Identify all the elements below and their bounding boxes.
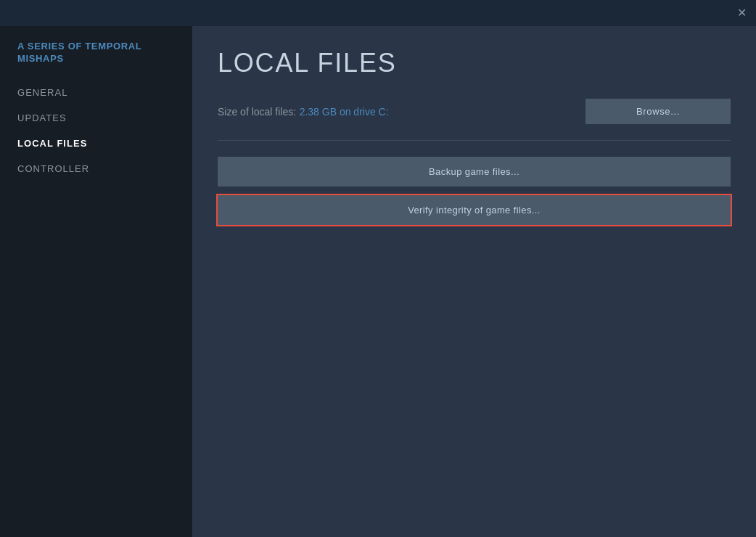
content-area: A SERIES OF TEMPORAL MISHAPS GENERAL UPD… xyxy=(0,26,756,537)
main-content: LOCAL FILES Size of local files: 2.38 GB… xyxy=(192,26,756,537)
page-title: LOCAL FILES xyxy=(218,48,731,78)
sidebar-item-controller[interactable]: CONTROLLER xyxy=(0,156,192,181)
title-bar: ✕ xyxy=(0,0,756,26)
file-size-row: Size of local files: 2.38 GB on drive C:… xyxy=(218,99,731,124)
file-size-value: 2.38 GB on drive C: xyxy=(300,106,389,118)
file-size-label: Size of local files: xyxy=(218,106,296,118)
browse-button[interactable]: Browse... xyxy=(586,99,731,124)
divider xyxy=(218,140,731,141)
file-size-info: Size of local files: 2.38 GB on drive C: xyxy=(218,105,389,118)
verify-integrity-button[interactable]: Verify integrity of game files... xyxy=(218,195,731,225)
sidebar-item-updates[interactable]: UPDATES xyxy=(0,105,192,131)
backup-game-files-button[interactable]: Backup game files... xyxy=(218,157,731,186)
sidebar: A SERIES OF TEMPORAL MISHAPS GENERAL UPD… xyxy=(0,26,192,537)
sidebar-item-local-files[interactable]: LOCAL FILES xyxy=(0,131,192,156)
sidebar-game-title: A SERIES OF TEMPORAL MISHAPS xyxy=(0,33,192,80)
sidebar-item-general[interactable]: GENERAL xyxy=(0,80,192,105)
close-button[interactable]: ✕ xyxy=(734,6,749,20)
app-window: ✕ A SERIES OF TEMPORAL MISHAPS GENERAL U… xyxy=(0,0,756,537)
